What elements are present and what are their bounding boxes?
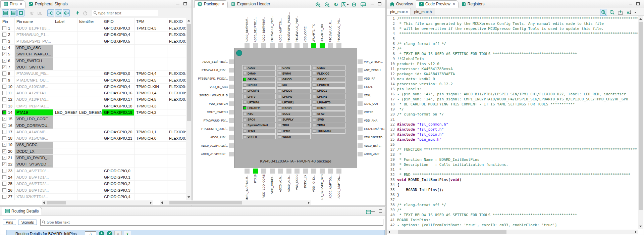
pin-checkbox[interactable] xyxy=(2,130,6,134)
peripheral-checkbox[interactable] xyxy=(313,95,316,98)
peripheral-checkbox[interactable] xyxy=(243,78,246,81)
peripheral-checkbox[interactable] xyxy=(243,66,246,69)
package-pin-bottom[interactable] xyxy=(286,169,291,174)
peripheral-block[interactable]: LPCMP0 xyxy=(312,82,345,88)
table-row[interactable]: 11ADC0_A12/PTA1...GPIOA:GPIO,16TPM0:CH,4… xyxy=(1,90,186,96)
view-menu-icon[interactable] xyxy=(365,208,372,216)
package-pin-left[interactable] xyxy=(229,76,234,81)
package-pin-bottom[interactable] xyxy=(336,169,341,174)
package-pin-left[interactable] xyxy=(229,135,234,140)
peripheral-block[interactable]: SPC0 xyxy=(242,117,276,122)
pin-checkbox[interactable] xyxy=(2,26,6,30)
peripheral-checkbox[interactable] xyxy=(278,130,281,133)
minimize-icon[interactable] xyxy=(371,3,374,4)
pins-filter-input[interactable] xyxy=(98,11,158,15)
peripheral-block[interactable]: LPUART1 xyxy=(242,105,276,111)
peripheral-checkbox[interactable] xyxy=(313,101,316,104)
pin-checkbox[interactable] xyxy=(2,72,6,76)
peripheral-block[interactable]: LPTMR0 xyxy=(242,100,276,105)
peripheral-block[interactable]: RTC xyxy=(242,111,276,116)
package-pin-left[interactable] xyxy=(229,127,234,131)
peripheral-block[interactable]: LPI2C1 xyxy=(312,88,345,94)
package-pin-bottom[interactable] xyxy=(320,169,325,174)
package-pin-left[interactable] xyxy=(229,101,234,106)
table-row[interactable]: 7VOUT_SWITCH xyxy=(1,64,186,70)
table-row[interactable]: 13CMP1_IN1/PTA1...GPIOA:GPIO,18TPM0:CH,3 xyxy=(1,103,186,109)
zoom-out-icon[interactable] xyxy=(323,1,330,8)
maximize-icon[interactable] xyxy=(183,2,187,5)
table-row[interactable]: 2PTB4/WUU0_P1...GPIOB:GPIO,4FLEXIO0: xyxy=(1,32,186,38)
peripheral-block[interactable]: GPIOD xyxy=(242,82,276,88)
table-row[interactable]: 24ADC0_B5/PTD1/...GPIOD:GPIO,1 xyxy=(1,174,186,181)
peripheral-block[interactable]: ADC0 xyxy=(242,65,276,70)
peripheral-checkbox[interactable] xyxy=(278,124,281,127)
package-pin-right[interactable] xyxy=(358,59,363,64)
table-row[interactable]: 19VSS_DCDC xyxy=(1,142,186,148)
peripheral-block[interactable]: LPUART0 xyxy=(312,100,345,105)
table-row[interactable]: 26ADC0_B6/PTD3/...GPIOD:GPIO,3 xyxy=(1,187,186,193)
table-row[interactable]: 8PTA0/WUU0_P0/...GPIOA:GPIO,0TPM0:CH,4FL… xyxy=(1,70,186,77)
package-pin-top[interactable] xyxy=(328,43,333,48)
chevron-down-icon[interactable]: ∨ xyxy=(124,231,131,235)
column-header[interactable]: FLEXIO xyxy=(167,18,186,25)
package-pin-right[interactable] xyxy=(358,93,363,98)
table-row[interactable]: 9PTA1/CMP1_OU...GPIOA:GPIO,1TPM0:CH,5FLE… xyxy=(1,77,186,83)
peripheral-block[interactable]: I3C xyxy=(277,82,311,88)
routing-filter-input[interactable] xyxy=(47,220,383,224)
pin-checkbox[interactable] xyxy=(2,175,6,179)
peripheral-checkbox[interactable] xyxy=(278,101,281,104)
package-pin-top[interactable] xyxy=(311,43,316,48)
column-header[interactable]: Identifier xyxy=(77,18,102,25)
peripheral-block[interactable]: WUU0 xyxy=(277,134,311,140)
route-input-button[interactable] xyxy=(47,9,54,16)
pin-checkbox[interactable] xyxy=(2,39,6,43)
package-pin-top[interactable] xyxy=(303,43,308,48)
package-pin-top[interactable] xyxy=(286,43,291,48)
peripheral-checkbox[interactable] xyxy=(243,135,246,138)
functional-groups-icon[interactable] xyxy=(74,9,81,16)
peripheral-checkbox[interactable] xyxy=(278,78,281,81)
peripheral-block[interactable]: GPIOA xyxy=(242,77,276,82)
peripheral-block[interactable]: LPCMP1 xyxy=(242,88,276,94)
table-row[interactable]: 6VDD_SWITCH xyxy=(1,57,186,64)
chip-view-icon[interactable] xyxy=(351,1,358,8)
diff-filter-icon[interactable] xyxy=(625,9,632,16)
package-pin-bottom[interactable] xyxy=(253,169,258,174)
table-row[interactable]: 23ADC0_A5/PTD0/...GPIOD:GPIO,0 xyxy=(1,168,186,174)
package-pin-right[interactable] xyxy=(358,135,363,140)
code-hscrollbar[interactable] xyxy=(387,230,638,234)
column-header[interactable]: TPM xyxy=(135,18,167,25)
peripheral-checkbox[interactable] xyxy=(313,130,316,133)
peripheral-block[interactable]: CMC0 xyxy=(312,65,345,70)
table-row[interactable]: 17ADC0_A14/CMP...GPIOA:GPIO,20TPM0:CH,1F… xyxy=(1,129,186,135)
package-pin-top[interactable] xyxy=(336,43,341,48)
peripheral-block[interactable]: TPIU xyxy=(277,123,311,128)
table-row[interactable]: 10ADC0_A10/CMP...GPIOA:GPIO,4TPM0:CLKINF… xyxy=(1,84,186,90)
pin-checkbox[interactable] xyxy=(2,33,6,37)
tab-code-preview[interactable]: c Code Preview × xyxy=(416,0,459,8)
routing-count-spinner[interactable]: 3 xyxy=(85,231,96,235)
waveform-filled-icon[interactable] xyxy=(36,9,43,16)
peripheral-block[interactable]: LPSPI0 xyxy=(277,94,311,99)
pin-checkbox[interactable] xyxy=(2,97,6,101)
table-row[interactable]: 18ADC0_A15/CMP...GPIOA:GPIO,21TPM0:CH,0F… xyxy=(1,135,186,142)
peripheral-checkbox[interactable] xyxy=(243,72,246,75)
tab-package[interactable]: Package × xyxy=(194,0,228,8)
show-table-view-button[interactable] xyxy=(10,9,17,16)
package-pin-right[interactable] xyxy=(358,101,363,106)
peripheral-block[interactable]: TRGMUX0 xyxy=(312,129,345,134)
maximize-icon[interactable] xyxy=(379,209,382,213)
peripheral-checkbox[interactable] xyxy=(313,118,316,121)
pin-checkbox[interactable] xyxy=(2,124,6,128)
peripheral-checkbox[interactable] xyxy=(278,66,281,69)
column-header[interactable]: Pin name xyxy=(15,18,53,25)
peripheral-checkbox[interactable] xyxy=(278,106,281,109)
pin-checkbox[interactable] xyxy=(2,188,6,192)
pin-checkbox[interactable] xyxy=(2,156,6,160)
pin-checkbox[interactable] xyxy=(2,169,6,173)
tab-expansion-header[interactable]: Expansion Header xyxy=(228,0,273,8)
pin-checkbox[interactable] xyxy=(2,117,6,121)
remove-circle-icon[interactable]: × xyxy=(107,231,112,235)
pin-checkbox[interactable] xyxy=(2,182,6,186)
table-row[interactable]: 20DCDC_LX xyxy=(1,148,186,155)
